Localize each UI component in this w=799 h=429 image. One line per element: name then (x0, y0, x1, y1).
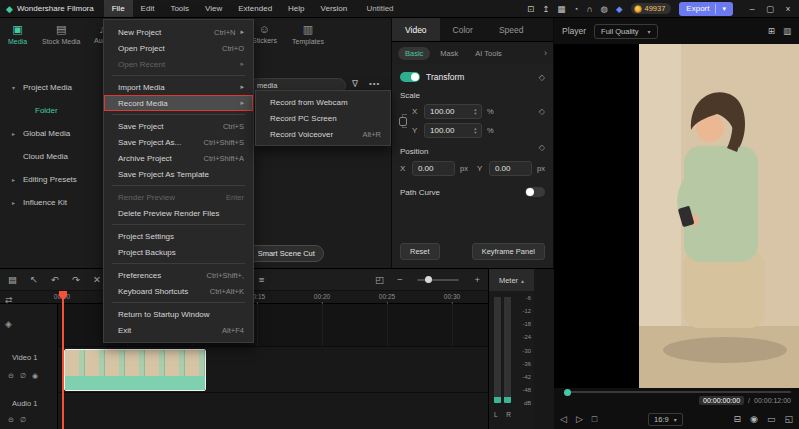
menu-item-return-to-startup-window[interactable]: Return to Startup Window (104, 306, 253, 322)
play-icon[interactable]: ▷ (576, 414, 583, 424)
menu-item-save-project[interactable]: Save ProjectCtrl+S (104, 118, 253, 134)
undo-icon[interactable]: ↶ (51, 274, 59, 285)
filter-icon[interactable]: ∇ (352, 79, 358, 89)
video-track[interactable] (58, 346, 488, 393)
previous-frame-icon[interactable]: ◁ (560, 414, 567, 424)
snapshot-icon[interactable]: ◉ (750, 414, 758, 424)
fullscreen-icon[interactable]: ◱ (784, 414, 793, 424)
mute-icon[interactable]: ∅ (20, 372, 26, 380)
zoom-slider-handle[interactable] (425, 276, 432, 283)
menu-item-record-pc-screen[interactable]: Record PC Screen (256, 110, 390, 126)
scale-x-stepper[interactable]: ▴ ▾ (472, 108, 481, 116)
menu-item-keyboard-shortcuts[interactable]: Keyboard ShortcutsCtrl+Alt+K (104, 283, 253, 299)
menu-edit[interactable]: Edit (133, 0, 163, 17)
menu-item-record-from-webcam[interactable]: Record from Webcam (256, 94, 390, 110)
zoom-out-icon[interactable]: − (397, 274, 403, 285)
notifications-icon[interactable]: ◔ (573, 4, 578, 14)
menu-item-record-media[interactable]: Record Media▸ (104, 95, 253, 111)
sidebar-item-cloud-media[interactable]: Cloud Media (0, 145, 104, 168)
tab-speed[interactable]: Speed (486, 18, 537, 41)
menu-item-new-project[interactable]: New ProjectCtrl+N▸ (104, 24, 253, 40)
crop-preview-icon[interactable]: ▭ (767, 414, 776, 424)
tab-stock-media[interactable]: ▤Stock Media (42, 23, 81, 45)
export-button[interactable]: Export ▾ (679, 2, 733, 16)
menu-item-preferences[interactable]: PreferencesCtrl+Shift+, (104, 267, 253, 283)
position-keyframe-icon[interactable]: ◇ (539, 143, 545, 152)
transform-keyframe-icon[interactable]: ◇ (539, 73, 545, 82)
sidebar-item-editing-presets[interactable]: ▸Editing Presets (0, 168, 104, 191)
layout-icon[interactable]: ▦ (557, 4, 565, 14)
tab-color[interactable]: Color (440, 18, 486, 41)
subtab-mask[interactable]: Mask (433, 47, 465, 60)
tab-media[interactable]: ▣Media (8, 23, 27, 45)
vip-gem-icon[interactable]: ◆ (616, 4, 623, 14)
scale-keyframe-icon[interactable]: ◇ (539, 107, 545, 116)
adjust-track-height-icon[interactable]: ⇄ (5, 295, 13, 305)
aspect-ratio-dropdown[interactable]: 16:9 ▾ (648, 413, 683, 426)
menu-tools[interactable]: Tools (162, 0, 197, 17)
export-dropdown-icon[interactable]: ▾ (722, 5, 726, 13)
grid-view-icon[interactable]: ⊞ (768, 26, 775, 36)
audio-track[interactable] (58, 393, 488, 429)
redo-icon[interactable]: ↷ (72, 274, 80, 285)
scale-y-stepper[interactable]: ▴ ▾ (472, 127, 481, 135)
mute-icon[interactable]: ∅ (20, 416, 26, 424)
menu-item-record-voiceover[interactable]: Record VoiceoverAlt+R (256, 126, 390, 142)
tab-video[interactable]: Video (392, 18, 440, 41)
sidebar-item-influence-kit[interactable]: ▸Influence Kit (0, 191, 104, 214)
reset-button[interactable]: Reset (400, 243, 440, 260)
stop-icon[interactable]: □ (592, 414, 597, 424)
stepper-down-icon[interactable]: ▾ (472, 112, 479, 116)
sidebar-item-global-media[interactable]: ▸Global Media (0, 122, 104, 145)
share-icon[interactable]: ↥ (542, 4, 549, 14)
zoom-slider[interactable] (417, 279, 459, 281)
menu-item-save-project-as-template[interactable]: Save Project As Template (104, 166, 253, 182)
menu-item-import-media[interactable]: Import Media▸ (104, 79, 253, 95)
media-bin-icon[interactable]: ▤ (8, 274, 17, 285)
tab-stickers[interactable]: ☺Stickers (252, 23, 277, 44)
lock-icon[interactable]: ⊝ (8, 372, 14, 380)
menu-view[interactable]: View (197, 0, 230, 17)
support-icon[interactable]: ∩ (586, 4, 592, 14)
collapse-meter-icon[interactable]: ▴ (521, 277, 524, 284)
scale-y-input[interactable]: 100.00 ▴ ▾ (424, 123, 482, 138)
menu-file[interactable]: File (104, 0, 133, 17)
seek-bar[interactable] (564, 390, 791, 394)
user-icon[interactable]: ◍ (601, 4, 608, 14)
playhead[interactable] (62, 291, 64, 429)
maximize-button[interactable]: ▢ (761, 0, 779, 18)
sidebar-item-project-media[interactable]: ▾Project Media (0, 76, 104, 99)
color-scopes-icon[interactable]: ▥ (783, 26, 791, 36)
transform-toggle[interactable] (400, 72, 420, 82)
close-button[interactable]: × (779, 0, 797, 18)
mini-window-icon[interactable]: ⊟ (734, 414, 742, 424)
select-tool-icon[interactable]: ↖ (30, 274, 38, 285)
subtab-ai-tools[interactable]: AI Tools (468, 47, 509, 60)
menu-item-delete-preview-render-files[interactable]: Delete Preview Render Files (104, 205, 253, 221)
link-xy-icon[interactable] (402, 114, 407, 128)
menu-item-save-project-as[interactable]: Save Project As...Ctrl+Shift+S (104, 134, 253, 150)
position-x-input[interactable]: 0.00 (412, 161, 455, 176)
menu-item-archive-project[interactable]: Archive ProjectCtrl+Shift+A (104, 150, 253, 166)
menu-item-project-settings[interactable]: Project Settings (104, 228, 253, 244)
delete-icon[interactable]: ✕ (93, 274, 101, 285)
more-options-icon[interactable]: ••• (369, 79, 380, 88)
stepper-down-icon[interactable]: ▾ (472, 131, 479, 135)
menu-item-open-project[interactable]: Open ProjectCtrl+O (104, 40, 253, 56)
subtabs-more-icon[interactable]: › (544, 48, 547, 58)
sidebar-item-folder[interactable]: Folder (0, 99, 104, 122)
menu-item-exit[interactable]: ExitAlt+F4 (104, 322, 253, 338)
scale-x-input[interactable]: 100.00 ▴ ▾ (424, 104, 482, 119)
minimize-button[interactable]: – (743, 0, 761, 18)
lock-icon[interactable]: ⊝ (8, 416, 14, 424)
seek-handle[interactable] (564, 389, 571, 396)
meter-header[interactable]: Meter ▴ (489, 269, 534, 291)
audio-mixer-icon[interactable]: ≡ (259, 274, 265, 285)
coins-badge[interactable]: 49937 (631, 3, 672, 14)
keyframe-panel-button[interactable]: Keyframe Panel (472, 243, 545, 260)
menu-extended[interactable]: Extended (230, 0, 280, 17)
quality-dropdown[interactable]: Full Quality ▾ (594, 24, 658, 39)
zoom-fit-icon[interactable]: ◰ (375, 274, 384, 285)
capture-icon[interactable]: ⊡ (527, 4, 534, 14)
path-curve-toggle[interactable] (525, 187, 545, 197)
